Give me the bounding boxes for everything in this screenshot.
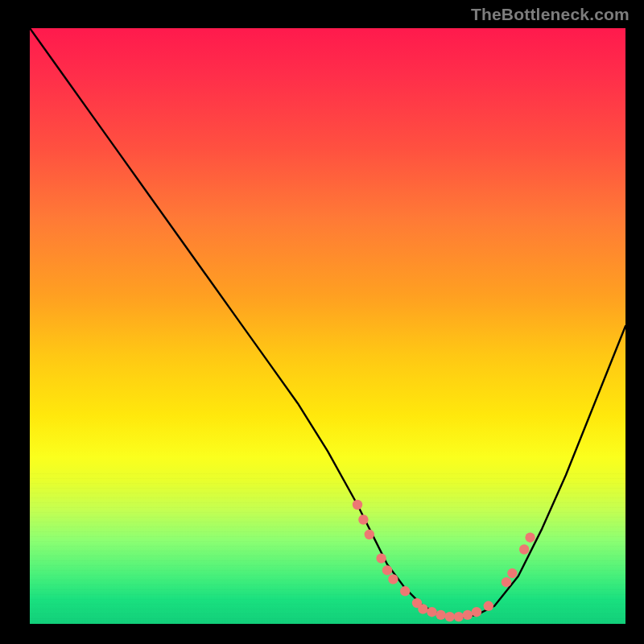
data-point	[463, 610, 473, 620]
data-point	[472, 607, 481, 617]
watermark-label: TheBottleneck.com	[471, 5, 630, 24]
data-point	[427, 607, 436, 617]
data-point	[519, 544, 529, 554]
data-point	[365, 530, 374, 539]
data-point	[358, 514, 368, 524]
data-point	[382, 565, 392, 575]
data-point	[418, 604, 427, 613]
data-point	[376, 553, 386, 563]
bottleneck-curve	[30, 28, 625, 618]
data-point	[502, 577, 511, 587]
data-point	[507, 568, 517, 578]
data-point	[353, 500, 362, 510]
plot-area	[30, 28, 625, 624]
data-point	[388, 574, 398, 584]
data-point	[484, 601, 493, 611]
data-markers	[353, 500, 535, 622]
data-point	[436, 610, 445, 620]
data-point	[525, 533, 535, 543]
data-point	[445, 612, 455, 621]
chart-frame: TheBottleneck.com	[0, 0, 644, 644]
data-point	[400, 586, 410, 596]
curve-layer	[30, 28, 625, 624]
data-point	[454, 612, 464, 621]
